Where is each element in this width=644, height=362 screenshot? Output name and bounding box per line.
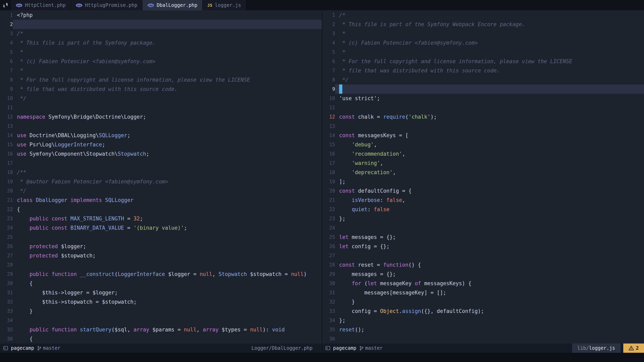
code-line[interactable]: 9 * file that was distributed with this …: [0, 84, 322, 94]
code-line[interactable]: 15use Psr\Log\LoggerInterface;: [0, 140, 322, 149]
code-line[interactable]: 8 * For the full copyright and license i…: [0, 75, 322, 84]
code-line[interactable]: 15 'debug',: [322, 140, 644, 149]
code-line[interactable]: 7 * file that was distributed with this …: [322, 66, 644, 75]
code-line[interactable]: 4 * This file is part of the Symfony pac…: [0, 38, 322, 47]
code-line[interactable]: 33 config = Object.assign({}, defaultCon…: [322, 307, 644, 316]
code-line[interactable]: 22{: [0, 205, 322, 214]
code-line[interactable]: 10 */: [0, 94, 322, 103]
code-line[interactable]: 35 public function startQuery($sql, arra…: [0, 325, 322, 334]
code-line[interactable]: 11: [0, 103, 322, 112]
code-line[interactable]: 24 public const BINARY_DATA_VALUE = '(bi…: [0, 223, 322, 233]
code-line[interactable]: 1<?php: [0, 10, 322, 20]
code-line[interactable]: 19 * @author Fabien Potencier <fabien@sy…: [0, 177, 322, 186]
code-line[interactable]: 20const defaultConfig = {: [322, 186, 644, 195]
code-line[interactable]: 33 }: [0, 307, 322, 316]
php-file-icon: php: [76, 3, 82, 7]
code-line[interactable]: 23};: [322, 214, 644, 223]
code-line[interactable]: 24: [322, 223, 644, 233]
tab-label: HttpClient.php: [25, 2, 66, 8]
code-line[interactable]: 6 * (c) Fabien Potencier <fabien@symfony…: [0, 57, 322, 66]
code-line[interactable]: 32 $this->stopwatch = $stopwatch;: [0, 297, 322, 307]
code-line[interactable]: 26let config = {};: [322, 242, 644, 251]
diagnostics-badge[interactable]: 2: [623, 344, 644, 353]
code-line[interactable]: 36: [322, 334, 644, 344]
code-line[interactable]: 11: [322, 103, 644, 112]
code-line[interactable]: 19];: [322, 177, 644, 186]
line-number: 3: [0, 29, 13, 38]
line-text: * This file is part of the Symfony packa…: [13, 38, 322, 47]
line-number: 22: [322, 205, 335, 214]
code-line[interactable]: 5 *: [0, 47, 322, 57]
line-number: 16: [322, 149, 335, 158]
line-text: protected $stopwatch;: [13, 251, 322, 260]
code-line[interactable]: 26 protected $logger;: [0, 242, 322, 251]
code-line[interactable]: 8 */: [322, 75, 644, 84]
code-line[interactable]: 29 public function __construct(LoggerInt…: [0, 270, 322, 279]
line-text: isVerbose: false,: [335, 195, 644, 205]
code-line[interactable]: 30 {: [0, 279, 322, 288]
code-line[interactable]: 4 * (c) Fabien Potencier <fabien@symfony…: [322, 38, 644, 47]
tab-logger-js[interactable]: JSlogger.js: [203, 0, 246, 10]
code-line[interactable]: 28: [0, 260, 322, 270]
code-line[interactable]: 18/**: [0, 168, 322, 177]
line-number: 4: [322, 38, 335, 47]
code-line[interactable]: 16use Symfony\Component\Stopwatch\Stopwa…: [0, 149, 322, 158]
tab-dballogger-php[interactable]: phpDbalLogger.php: [142, 0, 202, 10]
code-line[interactable]: 36 {: [0, 334, 322, 344]
code-line[interactable]: 34: [0, 316, 322, 325]
code-line[interactable]: 17: [0, 158, 322, 168]
code-line[interactable]: 16 'recommendation',: [322, 149, 644, 158]
code-line[interactable]: 27: [322, 251, 644, 260]
tab-httpclient-php[interactable]: phpHttpClient.php: [11, 0, 71, 10]
code-line[interactable]: 20 */: [0, 186, 322, 195]
code-line[interactable]: 2: [0, 20, 322, 29]
code-line[interactable]: 31 messages[messageKey] = [];: [322, 288, 644, 297]
code-line[interactable]: 25let messages = {};: [322, 233, 644, 242]
editor-pane-left: 1<?php23/*4 * This file is part of the S…: [0, 10, 322, 353]
code-line[interactable]: 12namespace Symfony\Bridge\Doctrine\Logg…: [0, 112, 322, 121]
code-line[interactable]: 6 * For the full copyright and license i…: [322, 57, 644, 66]
code-line[interactable]: 22 quiet: false: [322, 205, 644, 214]
code-line[interactable]: 32 }: [322, 297, 644, 307]
code-line[interactable]: 21 isVerbose: false,: [322, 195, 644, 205]
line-number: 27: [0, 251, 13, 260]
code-line[interactable]: 3 *: [322, 29, 644, 38]
code-line[interactable]: 3/*: [0, 29, 322, 38]
code-line[interactable]: 5 *: [322, 47, 644, 57]
project-name: pagecamp: [11, 345, 34, 351]
code-line[interactable]: 29 messages = {};: [322, 270, 644, 279]
code-line[interactable]: 28const reset = function() {: [322, 260, 644, 270]
code-line[interactable]: 13: [322, 121, 644, 131]
line-number: 25: [0, 233, 13, 242]
code-line[interactable]: 14use Doctrine\DBAL\Logging\SQLLogger;: [0, 131, 322, 140]
code-line[interactable]: 31 $this->logger = $logger;: [0, 288, 322, 297]
code-area-left[interactable]: 1<?php23/*4 * This file is part of the S…: [0, 10, 322, 344]
editor-pane-right: 1/*2 * This file is part of the Symfony …: [322, 10, 644, 353]
code-line[interactable]: 18 'deprecation',: [322, 168, 644, 177]
code-line[interactable]: 35reset();: [322, 325, 644, 334]
line-number: 20: [322, 186, 335, 195]
code-line[interactable]: 2 * This file is part of the Symfony Web…: [322, 20, 644, 29]
line-number: 18: [322, 168, 335, 177]
code-line[interactable]: 9: [322, 84, 644, 94]
code-line[interactable]: 21class DbalLogger implements SQLLogger: [0, 195, 322, 205]
code-line[interactable]: 7 *: [0, 66, 322, 75]
line-number: 11: [0, 103, 13, 112]
code-line[interactable]: 34};: [322, 316, 644, 325]
line-text: public const BINARY_DATA_VALUE = '(binar…: [13, 223, 322, 233]
code-line[interactable]: 27 protected $stopwatch;: [0, 251, 322, 260]
code-line[interactable]: 25: [0, 233, 322, 242]
file-path-dir: lib/: [578, 345, 589, 351]
code-line[interactable]: 1/*: [322, 10, 644, 20]
code-line[interactable]: 17 'warning',: [322, 158, 644, 168]
command-line[interactable]: [0, 353, 644, 362]
code-line[interactable]: 10'use strict';: [322, 94, 644, 103]
code-line[interactable]: 14const messagesKeys = [: [322, 131, 644, 140]
code-line[interactable]: 13: [0, 121, 322, 131]
tab-httplugpromise-php[interactable]: phpHttplugPromise.php: [71, 0, 142, 10]
code-area-right[interactable]: 1/*2 * This file is part of the Symfony …: [322, 10, 644, 344]
line-number: 14: [322, 131, 335, 140]
code-line[interactable]: 23 public const MAX_STRING_LENGTH = 32;: [0, 214, 322, 223]
code-line[interactable]: 12const chalk = require('chalk');: [322, 112, 644, 121]
code-line[interactable]: 30 for (let messageKey of messagesKeys) …: [322, 279, 644, 288]
